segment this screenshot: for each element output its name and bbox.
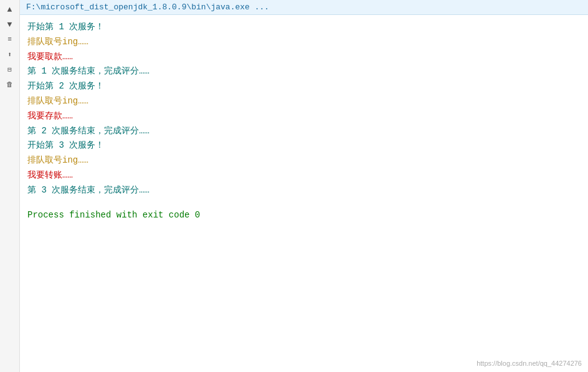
output-line: 第 3 次服务结束，完成评分…… (27, 183, 581, 198)
watermark: https://blog.csdn.net/qq_44274276 (477, 360, 582, 367)
delete-button[interactable]: 🗑 (3, 77, 17, 91)
output-line: 我要存款…… (27, 109, 581, 124)
print-button[interactable]: ⊟ (3, 62, 17, 76)
sidebar: ▲ ▼ ≡ ⬆ ⊟ 🗑 (0, 0, 20, 372)
output-line: 我要转账…… (27, 168, 581, 183)
output-line: 排队取号ing…… (27, 153, 581, 168)
output-area: 开始第 1 次服务！排队取号ing……我要取款……第 1 次服务结束，完成评分…… (20, 15, 588, 372)
align-button[interactable]: ⬆ (3, 47, 17, 61)
command-text: F:\microsoft_dist_openjdk_1.8.0.9\bin\ja… (26, 2, 269, 12)
scroll-down-button[interactable]: ▼ (3, 17, 17, 31)
output-line: 排队取号ing…… (27, 35, 581, 50)
output-line: 排队取号ing…… (27, 94, 581, 109)
menu-button[interactable]: ≡ (3, 32, 17, 46)
command-bar: F:\microsoft_dist_openjdk_1.8.0.9\bin\ja… (20, 0, 588, 15)
output-line: 我要取款…… (27, 50, 581, 65)
output-line: 开始第 2 次服务！ (27, 79, 581, 94)
process-finished-line: Process finished with exit code 0 (27, 208, 581, 223)
output-line: 第 2 次服务结束，完成评分…… (27, 124, 581, 139)
main-area: F:\microsoft_dist_openjdk_1.8.0.9\bin\ja… (20, 0, 588, 372)
output-line: 开始第 1 次服务！ (27, 20, 581, 35)
scroll-up-button[interactable]: ▲ (3, 2, 17, 16)
output-line: 开始第 3 次服务！ (27, 138, 581, 153)
output-line: 第 1 次服务结束，完成评分…… (27, 64, 581, 79)
process-finished-text: Process finished with exit code 0 (27, 210, 200, 220)
